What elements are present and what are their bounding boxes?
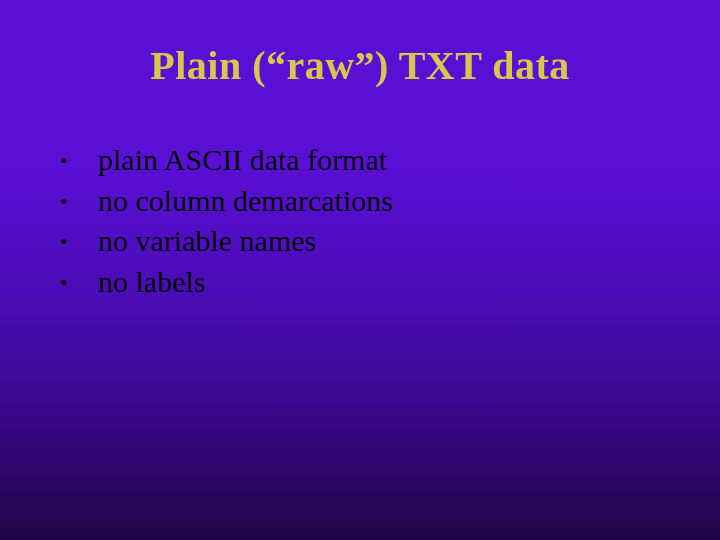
bullet-text: plain ASCII data format bbox=[98, 140, 387, 181]
bullet-text: no column demarcations bbox=[98, 181, 393, 222]
bullet-icon: • bbox=[60, 187, 98, 217]
bullet-text: no variable names bbox=[98, 221, 316, 262]
bullet-text: no labels bbox=[98, 262, 205, 303]
slide-title: Plain (“raw”) TXT data bbox=[0, 42, 720, 89]
list-item: • plain ASCII data format bbox=[60, 140, 660, 181]
list-item: • no column demarcations bbox=[60, 181, 660, 222]
bullet-icon: • bbox=[60, 268, 98, 298]
slide-content: • plain ASCII data format • no column de… bbox=[60, 140, 660, 302]
list-item: • no labels bbox=[60, 262, 660, 303]
slide: Plain (“raw”) TXT data • plain ASCII dat… bbox=[0, 0, 720, 540]
list-item: • no variable names bbox=[60, 221, 660, 262]
bullet-icon: • bbox=[60, 227, 98, 257]
bullet-icon: • bbox=[60, 146, 98, 176]
